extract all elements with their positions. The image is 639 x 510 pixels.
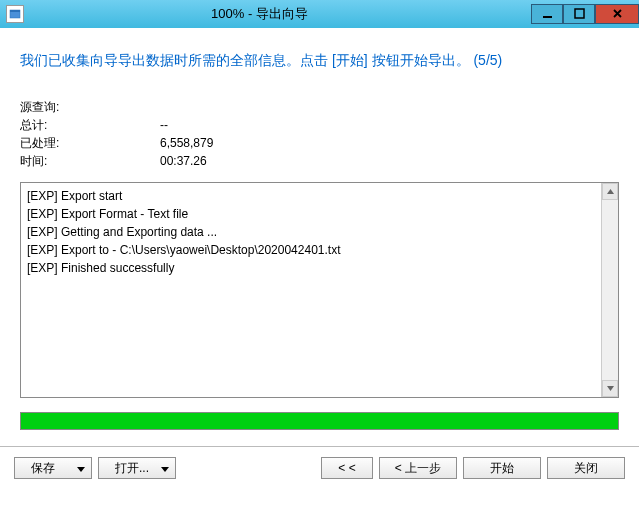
- start-button[interactable]: 开始: [463, 457, 541, 479]
- open-button-label: 打开...: [115, 460, 149, 477]
- scroll-down-button[interactable]: [602, 380, 618, 397]
- scrollbar[interactable]: [601, 183, 618, 397]
- svg-rect-2: [543, 16, 552, 18]
- chevron-down-icon: [77, 461, 85, 475]
- log-line: [EXP] Export Format - Text file: [27, 205, 598, 223]
- close-button[interactable]: 关闭: [547, 457, 625, 479]
- minimize-button[interactable]: [531, 4, 563, 24]
- window-controls: [531, 5, 639, 24]
- log-line: [EXP] Finished successfully: [27, 259, 598, 277]
- stat-row-time: 时间: 00:37.26: [20, 152, 619, 170]
- wizard-heading: 我们已收集向导导出数据时所需的全部信息。点击 [开始] 按钮开始导出。 (5/5…: [20, 52, 619, 70]
- stat-label: 时间:: [20, 153, 160, 170]
- log-line: [EXP] Export start: [27, 187, 598, 205]
- maximize-button[interactable]: [563, 4, 595, 24]
- first-button[interactable]: < <: [321, 457, 373, 479]
- titlebar: 100% - 导出向导: [0, 0, 639, 28]
- stat-value: --: [160, 118, 168, 132]
- stat-label: 源查询:: [20, 99, 160, 116]
- stats-panel: 源查询: 总计: -- 已处理: 6,558,879 时间: 00:37.26: [20, 98, 619, 170]
- log-line: [EXP] Export to - C:\Users\yaowei\Deskto…: [27, 241, 598, 259]
- save-button-label: 保存: [31, 460, 55, 477]
- content-area: 我们已收集向导导出数据时所需的全部信息。点击 [开始] 按钮开始导出。 (5/5…: [0, 28, 639, 398]
- stat-row-processed: 已处理: 6,558,879: [20, 134, 619, 152]
- stat-row-total: 总计: --: [20, 116, 619, 134]
- chevron-down-icon: [161, 461, 169, 475]
- progress-bar: [20, 412, 619, 430]
- stat-value: 6,558,879: [160, 136, 213, 150]
- close-window-button[interactable]: [595, 4, 639, 24]
- log-content: [EXP] Export start[EXP] Export Format - …: [21, 183, 618, 281]
- button-bar: 保存 打开... < < < 上一步 开始 关闭: [0, 447, 639, 489]
- window-title: 100% - 导出向导: [0, 5, 519, 23]
- log-textarea[interactable]: [EXP] Export start[EXP] Export Format - …: [20, 182, 619, 398]
- scroll-up-button[interactable]: [602, 183, 618, 200]
- svg-rect-3: [575, 9, 584, 18]
- log-line: [EXP] Getting and Exporting data ...: [27, 223, 598, 241]
- stat-value: 00:37.26: [160, 154, 207, 168]
- prev-button[interactable]: < 上一步: [379, 457, 457, 479]
- stat-label: 总计:: [20, 117, 160, 134]
- open-button[interactable]: 打开...: [98, 457, 176, 479]
- stat-label: 已处理:: [20, 135, 160, 152]
- save-button[interactable]: 保存: [14, 457, 92, 479]
- stat-row-source-query: 源查询:: [20, 98, 619, 116]
